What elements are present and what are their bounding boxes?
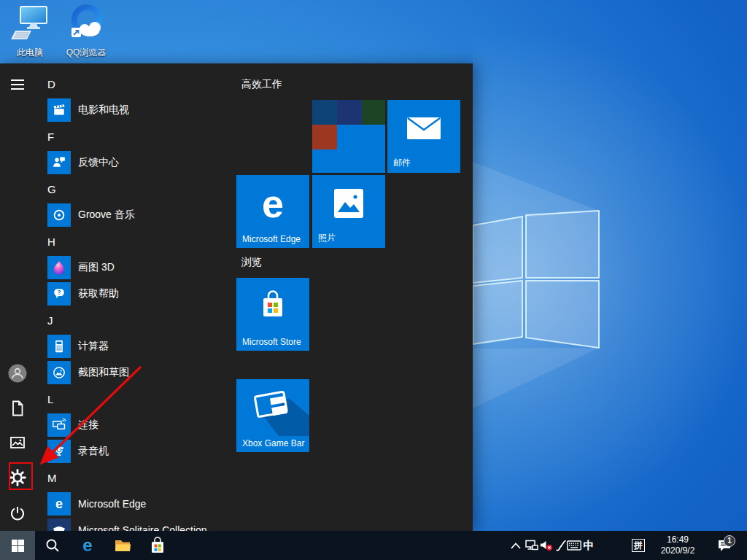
- voice-recorder-icon: [47, 440, 71, 463]
- letter-header[interactable]: L: [35, 386, 233, 412]
- letter-header[interactable]: F: [35, 123, 233, 149]
- wallpaper-windows-logo: [473, 0, 747, 531]
- taskbar: e: [0, 531, 747, 560]
- letter-header[interactable]: G: [35, 176, 233, 202]
- mosaic-square: [337, 100, 362, 125]
- tile-section-title: 高效工作: [241, 78, 282, 91]
- tray-show-hidden-icons[interactable]: [508, 531, 523, 560]
- clock-time: 16:49: [667, 534, 689, 545]
- mosaic-square: [312, 125, 337, 149]
- mosaic-square: [312, 100, 337, 125]
- notification-count-badge: 1: [724, 535, 735, 547]
- microsoft-store-icon: [236, 278, 309, 335]
- svg-text:?: ?: [57, 289, 61, 296]
- get-help-icon: ?: [47, 282, 71, 306]
- app-item-paint-3d[interactable]: 画图 3D: [35, 254, 233, 281]
- clock-date: 2020/9/2: [661, 545, 695, 556]
- tray-clock[interactable]: 16:49 2020/9/2: [652, 531, 703, 560]
- taskbar-search-button[interactable]: [35, 531, 70, 560]
- microsoft-edge-icon: e: [236, 175, 309, 232]
- tile-mail[interactable]: 邮件: [387, 100, 460, 173]
- user-account-button[interactable]: [0, 356, 35, 391]
- photos-icon: [312, 175, 385, 232]
- desktop: 此电脑 QQ浏览器: [0, 0, 747, 560]
- pen-icon: [555, 540, 566, 551]
- tray-action-center[interactable]: 1: [713, 531, 735, 560]
- snip-sketch-icon: [47, 361, 71, 384]
- solitaire-icon: [47, 518, 71, 531]
- app-item-movies-tv[interactable]: 电影和电视: [35, 97, 233, 123]
- tray-network[interactable]: [525, 531, 539, 560]
- qq-browser-icon: [65, 1, 107, 42]
- app-item-connect[interactable]: 连接: [35, 412, 233, 438]
- documents-icon: [9, 400, 26, 417]
- power-button[interactable]: [0, 496, 35, 531]
- app-item-get-help[interactable]: ? 获取帮助: [35, 281, 233, 307]
- start-icon: [12, 540, 24, 552]
- tray-ime-language[interactable]: 中: [581, 531, 596, 560]
- user-avatar-icon: [8, 364, 27, 383]
- start-app-list: D 电影和电视 F 反馈中心 G: [35, 71, 233, 531]
- volume-muted-icon: [540, 540, 553, 551]
- app-item-groove-music[interactable]: Groove 音乐: [35, 202, 233, 228]
- file-explorer-icon: [114, 537, 131, 553]
- pictures-icon: [9, 434, 26, 451]
- letter-header[interactable]: J: [35, 307, 233, 333]
- chevron-up-icon: [511, 542, 521, 549]
- this-pc-icon: [9, 4, 50, 42]
- app-item-solitaire[interactable]: Microsoft Solitaire Collection: [35, 517, 233, 531]
- start-menu: D 电影和电视 F 反馈中心 G: [0, 63, 473, 531]
- desktop-icon-label: 此电脑: [4, 47, 55, 59]
- annotation-highlight-box: [9, 462, 33, 490]
- network-icon: [525, 540, 538, 551]
- connect-icon: [47, 413, 71, 437]
- letter-header[interactable]: H: [35, 228, 233, 254]
- app-item-feedback-hub[interactable]: 反馈中心: [35, 149, 233, 176]
- mail-icon: [387, 100, 460, 157]
- desktop-icon-qq-browser[interactable]: QQ浏览器: [61, 1, 112, 59]
- app-item-calculator[interactable]: 计算器: [35, 333, 233, 359]
- taskbar-file-explorer-button[interactable]: [105, 531, 140, 560]
- documents-button[interactable]: [0, 391, 35, 426]
- feedback-hub-icon: [47, 151, 71, 174]
- groove-music-icon: [47, 203, 71, 227]
- letter-header[interactable]: M: [35, 464, 233, 491]
- desktop-icon-this-pc[interactable]: 此电脑: [4, 4, 55, 59]
- start-button[interactable]: [0, 531, 35, 560]
- app-item-voice-recorder[interactable]: 录音机: [35, 438, 233, 464]
- svg-text:e: e: [55, 497, 63, 511]
- svg-text:e: e: [82, 536, 92, 555]
- tile-photos[interactable]: 照片: [312, 175, 385, 248]
- taskbar-store-button[interactable]: [140, 531, 175, 560]
- store-icon: [150, 537, 166, 554]
- touch-keyboard-icon: [567, 540, 581, 551]
- microsoft-edge-icon: e: [47, 492, 71, 516]
- tile-section-title: 浏览: [241, 256, 262, 269]
- mosaic-square: [362, 100, 385, 125]
- tray-touch-keyboard[interactable]: [565, 531, 583, 560]
- tile-microsoft-edge[interactable]: e Microsoft Edge: [236, 175, 309, 248]
- search-icon: [45, 538, 60, 553]
- pictures-button[interactable]: [0, 425, 35, 460]
- tray-volume-muted[interactable]: [539, 531, 554, 560]
- app-item-microsoft-edge[interactable]: e Microsoft Edge: [35, 491, 233, 517]
- hamburger-menu-icon: [10, 79, 25, 90]
- paint-3d-icon: [47, 256, 71, 279]
- xbox-game-bar-icon: [236, 379, 309, 436]
- calculator-icon: [47, 335, 71, 358]
- start-menu-expand-button[interactable]: [0, 67, 35, 102]
- app-item-snip-sketch[interactable]: 截图和草图: [35, 359, 233, 386]
- power-icon: [9, 505, 26, 522]
- tile-pinned-mosaic[interactable]: [312, 100, 385, 173]
- edge-icon: e: [78, 536, 97, 555]
- tile-microsoft-store[interactable]: Microsoft Store: [236, 278, 309, 351]
- letter-header[interactable]: D: [35, 71, 233, 97]
- desktop-icon-label: QQ浏览器: [61, 47, 112, 59]
- tile-xbox-game-bar[interactable]: Xbox Game Bar: [236, 379, 309, 452]
- tray-ime-mode[interactable]: 拼: [630, 531, 646, 560]
- movies-tv-icon: [47, 98, 71, 122]
- taskbar-edge-button[interactable]: e: [70, 531, 105, 560]
